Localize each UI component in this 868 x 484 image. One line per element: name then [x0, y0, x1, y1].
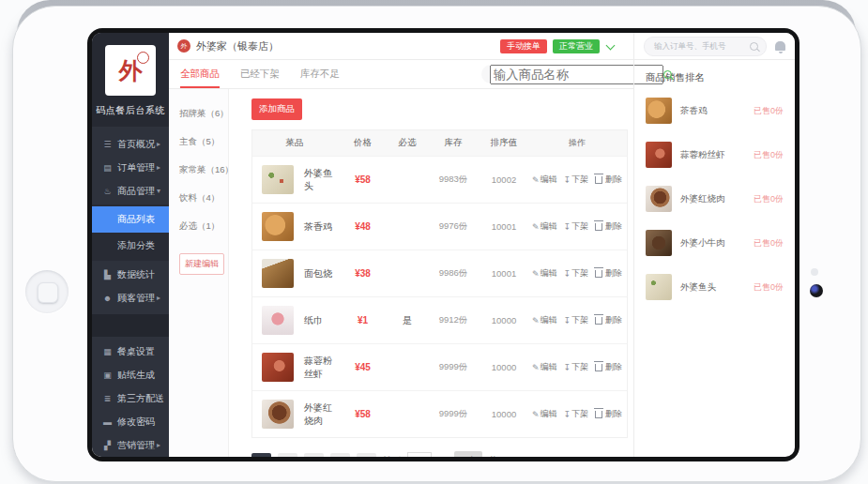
status-chevron-down-icon[interactable]	[606, 40, 616, 50]
sidebar-item-change-password[interactable]: ▬ 修改密码	[92, 410, 169, 433]
off-shelf-action[interactable]: ↧下架	[564, 220, 589, 233]
add-product-button[interactable]: 添加商品	[251, 98, 302, 120]
off-shelf-action[interactable]: ↧下架	[564, 361, 589, 373]
page-button-3[interactable]: 3	[304, 453, 324, 457]
off-shelf-action[interactable]: ↧下架	[564, 174, 589, 186]
delete-action[interactable]: 删除	[595, 220, 622, 233]
sidebar-subgroup-goods: 商品列表 添加分类	[92, 204, 169, 261]
rank-sold-count: 已售0份	[754, 281, 784, 294]
marketing-icon: ▞	[100, 441, 114, 450]
sidebar-item-home-overview[interactable]: ☰ 首页概况 ▸	[92, 132, 169, 156]
tab-off-shelf[interactable]: 已经下架	[240, 60, 280, 88]
off-shelf-label: 下架	[571, 408, 588, 420]
edit-label: 编辑	[541, 174, 557, 186]
dish-stock: 9986份	[426, 267, 480, 280]
page-button-ellipsis[interactable]: …	[330, 453, 350, 457]
trash-icon	[595, 223, 602, 231]
sidebar-item-data-statistics[interactable]: ▙ 数据统计	[92, 263, 169, 286]
notification-bell-icon[interactable]	[775, 41, 785, 51]
sidebar-item-customer-management[interactable]: ☻ 顾客管理 ▸	[92, 286, 169, 310]
sidebar-item-order-management[interactable]: ▤ 订单管理 ▸	[92, 156, 169, 179]
sidebar-item-marketing-management[interactable]: ▞ 营销管理 ▸	[92, 433, 169, 457]
dish-price: ¥1	[337, 315, 388, 325]
category-item-required[interactable]: 必选（1）	[179, 220, 228, 233]
sales-rank-panel: 商品销售排名 茶香鸡 已售0份 蒜蓉粉丝虾 已售0份	[633, 60, 795, 457]
delete-action[interactable]: 删除	[595, 408, 622, 420]
dish-price: ¥48	[337, 221, 388, 232]
dish-photo	[262, 306, 294, 335]
edit-icon: ✎	[532, 363, 540, 372]
sidebar-item-goods-list[interactable]: 商品列表	[92, 206, 169, 233]
dish-stock: 9976份	[426, 220, 480, 233]
edit-action[interactable]: ✎编辑	[532, 220, 557, 233]
delete-label: 删除	[605, 361, 622, 373]
goto-confirm-button[interactable]: 确定	[454, 451, 482, 457]
edit-icon: ✎	[532, 410, 540, 419]
table-settings-icon: ▦	[100, 347, 114, 356]
off-shelf-action[interactable]: ↧下架	[564, 408, 589, 420]
topbar-right	[633, 33, 795, 59]
table-row: 外婆鱼头 ¥58 9983份 10002 ✎编辑 ↧下架	[252, 156, 627, 203]
manual-order-button[interactable]: 手动接单	[500, 39, 547, 53]
delete-action[interactable]: 删除	[595, 174, 622, 186]
business-status-button[interactable]: 正常营业	[553, 39, 600, 53]
dish-name: 茶香鸡	[304, 220, 332, 234]
delete-action[interactable]: 删除	[595, 267, 622, 280]
row-actions: ✎编辑 ↧下架 删除	[527, 220, 627, 233]
page-button-6[interactable]: 6	[357, 453, 376, 457]
search-icon[interactable]	[750, 42, 758, 51]
sidebar-item-goods-management[interactable]: ♨ 商品管理 ▾	[92, 179, 169, 203]
off-shelf-action[interactable]: ↧下架	[564, 267, 589, 280]
category-item-homestyle[interactable]: 家常菜（16）	[179, 164, 228, 176]
page-button-2[interactable]: 2	[278, 453, 297, 457]
rank-dish-name: 外婆红烧肉	[680, 193, 754, 205]
dish-photo	[262, 400, 294, 429]
goto-page-input[interactable]	[407, 452, 432, 457]
row-actions: ✎编辑 ↧下架 删除	[527, 314, 627, 326]
sidebar-item-sticker-generation[interactable]: ▣ 贴纸生成	[92, 363, 169, 386]
tab-low-stock[interactable]: 库存不足	[300, 60, 340, 88]
dish-cell: 面包烧	[252, 259, 337, 288]
edit-action[interactable]: ✎编辑	[532, 314, 557, 326]
dish-required: 是	[388, 314, 426, 327]
edit-action[interactable]: ✎编辑	[532, 174, 557, 186]
page-button-1[interactable]: 1	[251, 453, 271, 457]
app-window: 外 码点餐后台系统 ☰ 首页概况 ▸ ▤ 订单管理 ▸	[92, 33, 795, 457]
row-actions: ✎编辑 ↧下架 删除	[527, 361, 627, 373]
dish-name: 外婆鱼头	[304, 167, 337, 193]
new-edit-button[interactable]: 新建编辑	[179, 253, 224, 275]
dish-stock: 9983份	[426, 174, 480, 186]
order-search-box[interactable]	[644, 37, 767, 56]
category-item-drinks[interactable]: 饮料（4）	[179, 192, 228, 204]
sidebar-item-third-party-delivery[interactable]: ≣ 第三方配送	[92, 386, 169, 410]
edit-action[interactable]: ✎编辑	[532, 361, 557, 373]
sidebar-item-add-category[interactable]: 添加分类	[92, 233, 169, 259]
orders-icon: ▤	[100, 163, 114, 173]
edit-icon: ✎	[532, 269, 540, 279]
edit-action[interactable]: ✎编辑	[532, 267, 557, 280]
order-search-input[interactable]	[652, 40, 750, 52]
rank-dish-photo	[646, 98, 672, 124]
table-header-row: 菜品 价格 必选 库存 排序值 操作	[252, 130, 627, 156]
edit-action[interactable]: ✎编辑	[532, 408, 557, 420]
edit-icon: ✎	[532, 222, 540, 232]
delete-action[interactable]: 删除	[595, 314, 622, 326]
dish-sort-value: 10000	[480, 409, 527, 419]
category-item-signature[interactable]: 招牌菜（6）	[179, 108, 228, 120]
edit-label: 编辑	[541, 361, 557, 373]
dish-name: 蒜蓉粉丝虾	[304, 355, 337, 381]
rank-sold-count: 已售0份	[754, 237, 784, 250]
rank-dish-name: 茶香鸡	[680, 105, 754, 117]
store-name: 外婆家（银泰店）	[196, 39, 279, 53]
sidebar-item-table-settings[interactable]: ▦ 餐桌设置	[92, 340, 169, 363]
main-area: 外 外婆家（银泰店） 手动接单 正常营业	[169, 33, 795, 457]
delete-action[interactable]: 删除	[595, 361, 622, 373]
col-header-required: 必选	[388, 137, 426, 149]
customer-icon: ☻	[100, 294, 114, 303]
off-shelf-action[interactable]: ↧下架	[564, 314, 589, 326]
search-icon-green[interactable]	[663, 70, 672, 79]
rank-item: 茶香鸡 已售0份	[646, 98, 784, 124]
product-search-box[interactable]	[481, 65, 622, 83]
tab-all-products[interactable]: 全部商品	[180, 60, 220, 88]
category-item-staple[interactable]: 主食（5）	[179, 136, 228, 148]
